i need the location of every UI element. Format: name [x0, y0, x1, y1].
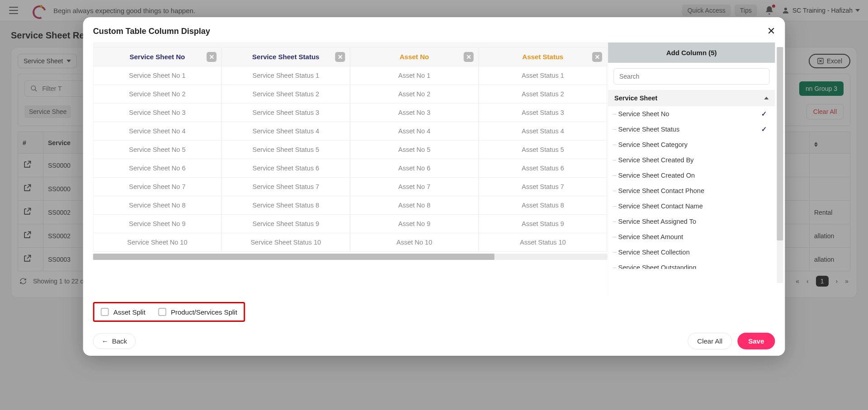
modal-overlay[interactable]: Custom Table Column Display ✕ Service Sh… — [0, 0, 868, 410]
remove-column-icon[interactable]: ✕ — [207, 52, 217, 62]
save-button[interactable]: Save — [737, 333, 775, 349]
preview-cell: Service Sheet No 1 — [93, 66, 222, 85]
modal-vertical-scrollbar[interactable] — [777, 47, 783, 283]
arrow-left-icon: ← — [102, 337, 109, 345]
column-header[interactable]: Service Sheet Status✕ — [222, 47, 350, 66]
remove-column-icon[interactable]: ✕ — [335, 52, 345, 62]
column-search-input[interactable] — [614, 68, 770, 85]
close-icon[interactable]: ✕ — [767, 25, 775, 37]
modal-title: Custom Table Column Display — [93, 27, 210, 36]
preview-cell: Service Sheet No 9 — [93, 215, 222, 233]
available-column-item[interactable]: Service Sheet Assigned To — [608, 214, 773, 229]
product-split-checkbox[interactable]: Product/Services Split — [158, 308, 237, 316]
checkbox-icon — [101, 308, 109, 316]
available-column-item[interactable]: Service Sheet Contact Phone — [608, 183, 773, 198]
back-button[interactable]: ← Back — [93, 333, 136, 349]
preview-cell: Asset No 1 — [350, 66, 479, 85]
preview-cell: Service Sheet Status 2 — [222, 85, 350, 104]
preview-cell: Service Sheet No 6 — [93, 159, 222, 178]
available-column-item[interactable]: Service Sheet Created By — [608, 152, 773, 168]
preview-cell: Service Sheet Status 4 — [222, 122, 350, 141]
preview-cell: Service Sheet No 3 — [93, 104, 222, 122]
preview-cell: Service Sheet No 5 — [93, 141, 222, 159]
preview-cell: Asset Status 1 — [479, 66, 607, 85]
preview-cell: Service Sheet No 10 — [93, 233, 222, 252]
preview-cell: Asset No 3 — [350, 104, 479, 122]
available-column-item[interactable]: Service Sheet Category — [608, 137, 773, 152]
column-group-header[interactable]: Service Sheet — [608, 90, 775, 106]
preview-cell: Asset No 5 — [350, 141, 479, 159]
preview-cell: Service Sheet Status 7 — [222, 178, 350, 196]
preview-cell: Asset No 8 — [350, 196, 479, 215]
preview-cell: Asset Status 2 — [479, 85, 607, 104]
preview-cell: Asset Status 5 — [479, 141, 607, 159]
available-column-item[interactable]: Service Sheet Amount — [608, 229, 773, 245]
asset-split-checkbox[interactable]: Asset Split — [101, 308, 146, 316]
checkbox-icon — [158, 308, 166, 316]
preview-cell: Asset Status 6 — [479, 159, 607, 178]
clear-all-button[interactable]: Clear All — [688, 333, 732, 349]
preview-cell: Service Sheet No 2 — [93, 85, 222, 104]
available-column-item[interactable]: Service Sheet Contact Name — [608, 198, 773, 214]
check-icon: ✓ — [761, 110, 767, 118]
preview-cell: Asset No 6 — [350, 159, 479, 178]
preview-cell: Asset No 7 — [350, 178, 479, 196]
preview-cell: Asset Status 4 — [479, 122, 607, 141]
columns-preview: Service Sheet No✕Service Sheet Status✕As… — [93, 42, 608, 296]
preview-cell: Asset Status 9 — [479, 215, 607, 233]
preview-cell: Asset No 2 — [350, 85, 479, 104]
preview-cell: Asset Status 8 — [479, 196, 607, 215]
chevron-up-icon — [764, 97, 769, 99]
available-column-item[interactable]: Service Sheet Created On — [608, 168, 773, 183]
preview-cell: Service Sheet No 8 — [93, 196, 222, 215]
preview-cell: Service Sheet Status 10 — [222, 233, 350, 252]
preview-cell: Service Sheet Status 1 — [222, 66, 350, 85]
available-column-item[interactable]: Service Sheet Collection — [608, 245, 773, 260]
available-column-item[interactable]: Service Sheet No✓ — [608, 106, 773, 122]
column-header[interactable]: Asset No✕ — [350, 47, 479, 66]
preview-cell: Asset Status 3 — [479, 104, 607, 122]
preview-cell: Service Sheet Status 9 — [222, 215, 350, 233]
check-icon: ✓ — [761, 126, 767, 133]
available-column-item[interactable]: Service Sheet Outstanding — [608, 260, 773, 269]
preview-cell: Asset No 10 — [350, 233, 479, 252]
column-display-modal: Custom Table Column Display ✕ Service Sh… — [83, 17, 785, 356]
add-column-panel: Add Column (5) Service Sheet Service She… — [608, 42, 775, 296]
preview-cell: Service Sheet No 4 — [93, 122, 222, 141]
preview-cell: Asset No 4 — [350, 122, 479, 141]
preview-cell: Asset Status 10 — [479, 233, 607, 252]
add-column-header: Add Column (5) — [608, 42, 775, 63]
preview-cell: Service Sheet No 7 — [93, 178, 222, 196]
column-header[interactable]: Service Sheet No✕ — [93, 47, 222, 66]
split-options-highlight: Asset Split Product/Services Split — [93, 302, 245, 322]
available-column-item[interactable]: Service Sheet Status✓ — [608, 122, 773, 137]
preview-cell: Service Sheet Status 6 — [222, 159, 350, 178]
horizontal-scrollbar[interactable] — [93, 254, 608, 260]
remove-column-icon[interactable]: ✕ — [592, 52, 602, 62]
remove-column-icon[interactable]: ✕ — [464, 52, 474, 62]
preview-cell: Asset No 9 — [350, 215, 479, 233]
preview-cell: Service Sheet Status 8 — [222, 196, 350, 215]
preview-cell: Service Sheet Status 3 — [222, 104, 350, 122]
column-header[interactable]: Asset Status✕ — [479, 47, 607, 66]
preview-cell: Asset Status 7 — [479, 178, 607, 196]
preview-cell: Service Sheet Status 5 — [222, 141, 350, 159]
